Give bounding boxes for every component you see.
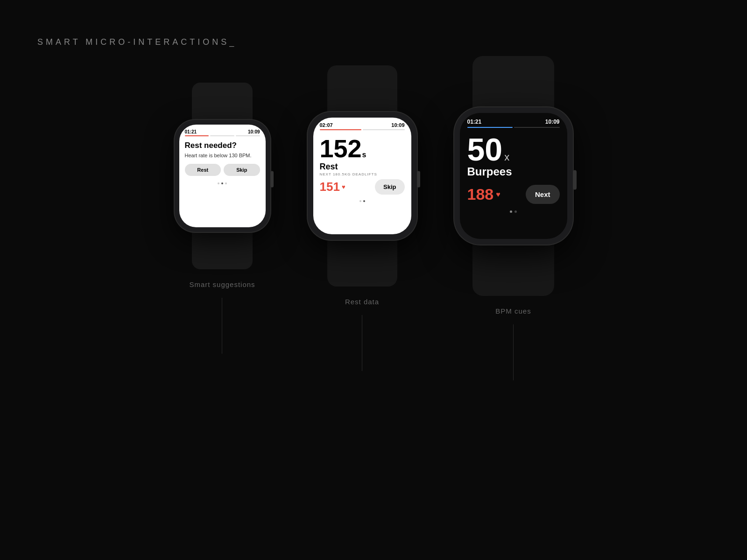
watch-1-band-bottom: [192, 232, 253, 269]
watch-3-screen: 01:21 10:09 50x Burpees: [460, 113, 567, 239]
watch-2-band-bottom: [327, 240, 397, 287]
watch-1-skip-button[interactable]: Skip: [224, 164, 260, 176]
watch-3-dot-2: [514, 210, 517, 213]
watch-2-screen: 02:07 10:09 152s Rest NEXT 180.5KG DEADL…: [313, 118, 411, 234]
watch-3-progress-2: [514, 127, 560, 128]
watch-3-band-top: [472, 56, 554, 107]
watch-3-exercise: Burpees: [467, 165, 560, 178]
watch-2-bpm: 151 ♥: [320, 180, 345, 194]
watch-1-screen: 01:21 10:09 Rest needed? Heart rate is b…: [179, 125, 266, 227]
watch-2-divider: [362, 315, 362, 371]
watch-1-dot-3: [225, 182, 227, 184]
watch-1-dot-2: [221, 182, 223, 184]
watch-2-case: 02:07 10:09 152s Rest NEXT 180.5KG DEADL…: [308, 112, 417, 240]
watch-2-rest-label: Rest: [320, 162, 405, 172]
watch-1-case: 01:21 10:09 Rest needed? Heart rate is b…: [175, 120, 270, 232]
watch-2-timer: 152s: [320, 136, 405, 161]
watch-2-next-label: NEXT 180.5KG DEADLIFTS: [320, 172, 405, 176]
watch-3-band-bottom: [472, 245, 554, 296]
watch-2-skip-button[interactable]: Skip: [375, 179, 404, 195]
watch-2-crown: [417, 171, 420, 188]
watch-2-heart-icon: ♥: [342, 183, 345, 190]
watch-3-heart-icon: ♥: [496, 190, 500, 199]
page-title: SMART MICRO-INTERACTIONS_: [37, 37, 237, 47]
watch-1-label: Smart suggestions: [189, 280, 255, 288]
watch-1-title: Rest needed?: [185, 141, 260, 150]
watch-2-label: Rest data: [345, 298, 379, 306]
watch-2: 02:07 10:09 152s Rest NEXT 180.5KG DEADL…: [308, 65, 417, 371]
watch-3: 01:21 10:09 50x Burpees: [454, 56, 573, 380]
watch-2-time-elapsed: 02:07: [320, 122, 333, 128]
watch-1-dot-1: [218, 182, 219, 184]
watch-2-progress-1: [320, 129, 362, 130]
watch-2-band-top: [327, 65, 397, 112]
watch-1-crown: [270, 171, 274, 188]
watch-2-time-current: 10:09: [391, 122, 404, 128]
watch-3-reps: 50x: [467, 133, 560, 165]
watch-2-dot-2: [363, 200, 365, 202]
watch-1-progress-1: [185, 135, 209, 136]
watch-1-progress-2: [210, 135, 234, 136]
watch-3-next-button[interactable]: Next: [526, 185, 560, 204]
watch-3-divider: [513, 324, 514, 380]
watch-1-time-elapsed: 01:21: [185, 129, 197, 134]
watch-2-progress-2: [363, 129, 405, 130]
watch-3-progress-1: [467, 127, 513, 128]
watch-3-time-current: 10:09: [545, 119, 560, 125]
watch-1-rest-button[interactable]: Rest: [185, 164, 221, 176]
watch-1-description: Heart rate is below 130 BPM.: [185, 152, 260, 159]
watch-1: 01:21 10:09 Rest needed? Heart rate is b…: [175, 83, 270, 354]
watch-1-progress-3: [236, 135, 260, 136]
watch-1-divider: [222, 298, 222, 354]
watch-1-time-current: 10:09: [248, 129, 260, 134]
watch-2-dot-1: [359, 200, 361, 202]
watch-3-dot-1: [510, 210, 512, 213]
watch-3-bpm: 188 ♥: [467, 185, 500, 203]
watch-3-label: BPM cues: [495, 307, 531, 315]
watch-1-band-top: [192, 83, 253, 120]
watch-3-time-elapsed: 01:21: [467, 119, 482, 125]
watch-3-crown: [573, 170, 577, 189]
watch-3-case: 01:21 10:09 50x Burpees: [454, 107, 573, 245]
